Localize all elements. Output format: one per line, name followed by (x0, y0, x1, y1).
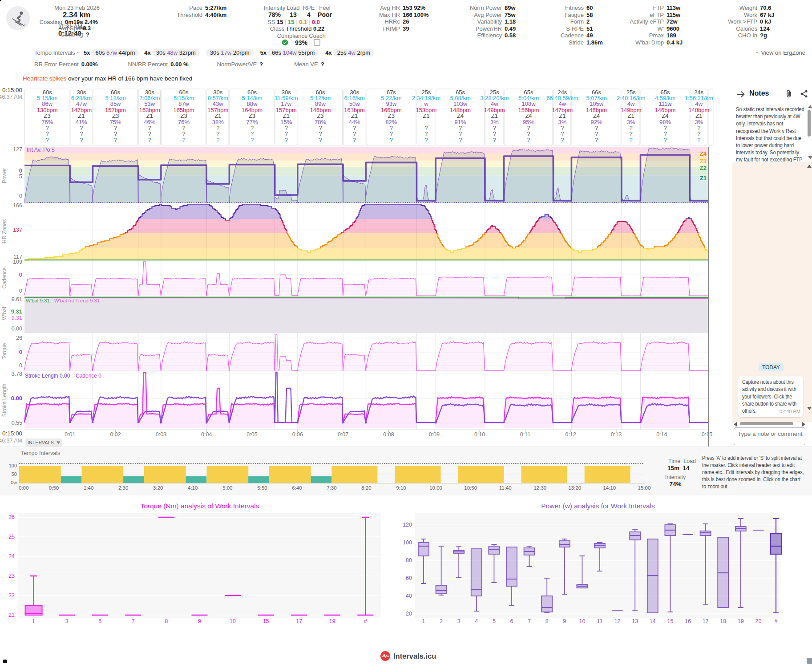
svg-text:166: 166 (13, 202, 22, 209)
svg-text:100: 100 (9, 463, 17, 468)
svg-text:10: 10 (579, 618, 585, 624)
svg-text:0:13: 0:13 (611, 431, 622, 438)
svg-text:0:15:00: 0:15:00 (2, 430, 22, 437)
svg-text:11:40: 11:40 (499, 485, 512, 491)
svg-text:W'bal Int Trend 9.31: W'bal Int Trend 9.31 (54, 298, 100, 303)
svg-text:0.55: 0.55 (12, 420, 22, 426)
svg-text:?: ? (285, 137, 288, 143)
svg-text:4: 4 (475, 618, 478, 624)
svg-text:6:40: 6:40 (292, 485, 302, 491)
svg-text:#: # (775, 618, 778, 624)
svg-text:Stroke Length 0.00: Stroke Length 0.00 (25, 373, 70, 379)
svg-text:?: ? (353, 137, 356, 143)
svg-text:3: 3 (457, 618, 461, 624)
svg-text:Tempo Intervals: Tempo Intervals (21, 450, 60, 456)
svg-text:Power: Power (1, 168, 8, 183)
svg-text:HR Zones: HR Zones (1, 219, 8, 243)
svg-text:?: ? (390, 137, 393, 143)
svg-text:?: ? (663, 137, 667, 143)
svg-text:15: 15 (667, 618, 673, 624)
svg-text:14: 14 (650, 618, 656, 624)
svg-text:Z1: Z1 (700, 175, 707, 181)
svg-text:Int Av. Po 5: Int Av. Po 5 (27, 147, 55, 153)
svg-text:26: 26 (8, 514, 15, 520)
svg-text:0:07: 0:07 (338, 431, 348, 438)
svg-text:0:15: 0:15 (702, 431, 712, 438)
svg-text:0:01: 0:01 (65, 431, 75, 438)
svg-text:11: 11 (597, 618, 603, 624)
svg-text:12:30: 12:30 (533, 485, 546, 491)
svg-text:?: ? (424, 137, 428, 143)
svg-text:?: ? (527, 137, 530, 143)
svg-text:5:50: 5:50 (257, 485, 267, 491)
svg-text:10:00: 10:00 (429, 485, 442, 491)
svg-text:60: 60 (406, 575, 412, 581)
svg-text:7: 7 (132, 618, 135, 624)
svg-text:50: 50 (12, 471, 17, 477)
svg-text:26: 26 (16, 335, 22, 341)
svg-text:19: 19 (738, 618, 744, 624)
svg-text:0:14: 0:14 (656, 431, 667, 438)
svg-text:?: ? (319, 137, 322, 143)
svg-text:3:20: 3:20 (153, 485, 163, 491)
svg-text:9.61: 9.61 (12, 296, 22, 302)
svg-text:?: ? (697, 137, 700, 143)
svg-text:1:40: 1:40 (84, 485, 93, 491)
svg-text:0:03: 0:03 (156, 431, 166, 438)
svg-text:120: 120 (403, 522, 412, 528)
svg-text:0:05: 0:05 (246, 431, 257, 438)
svg-text:0: 0 (19, 349, 22, 355)
svg-text:9:10: 9:10 (396, 485, 406, 491)
svg-text:10:50: 10:50 (464, 485, 477, 491)
svg-text:0:02: 0:02 (110, 431, 121, 438)
svg-text:Z2: Z2 (700, 165, 707, 171)
svg-text:0:10: 0:10 (474, 431, 485, 438)
svg-text:0:09: 0:09 (429, 431, 440, 438)
svg-text:0:50: 0:50 (49, 485, 59, 491)
svg-text:5: 5 (19, 173, 22, 180)
svg-text:13:20: 13:20 (568, 485, 581, 491)
svg-text:19: 19 (329, 618, 335, 624)
svg-text:10: 10 (230, 618, 236, 624)
svg-text:INTERVALS: INTERVALS (28, 440, 54, 445)
svg-text:?: ? (182, 137, 185, 143)
svg-text:0w: 0w (11, 480, 17, 485)
svg-text:100: 100 (403, 539, 412, 546)
svg-text:127: 127 (13, 146, 22, 153)
svg-text:0.00: 0.00 (11, 395, 22, 402)
svg-text:8:20: 8:20 (361, 485, 371, 491)
svg-text:?: ? (493, 137, 496, 143)
svg-text:Torque (Nm) analysis of Work I: Torque (Nm) analysis of Work Intervals (141, 502, 259, 510)
svg-text:?: ? (216, 137, 219, 143)
svg-text:0: 0 (19, 362, 22, 369)
svg-text:3: 3 (65, 618, 69, 624)
svg-text:7:30: 7:30 (327, 485, 336, 491)
svg-text:W'bal 9.31: W'bal 9.31 (26, 298, 50, 303)
svg-text:9.31: 9.31 (12, 315, 22, 321)
svg-text:109: 109 (13, 259, 22, 265)
svg-text:0: 0 (19, 193, 22, 199)
svg-text:?: ? (595, 137, 598, 143)
svg-text:Cadence 0: Cadence 0 (76, 373, 101, 379)
svg-text:0:00: 0:00 (19, 485, 28, 491)
svg-text:2: 2 (440, 618, 443, 624)
svg-text:0.00: 0.00 (12, 326, 22, 332)
svg-text:?: ? (561, 137, 564, 143)
svg-text:Stroke Length: Stroke Length (1, 384, 8, 417)
svg-text:?: ? (459, 137, 462, 143)
svg-text:5: 5 (98, 618, 101, 624)
svg-text:Torque: Torque (1, 343, 8, 359)
svg-text:?: ? (148, 137, 151, 143)
svg-text:25: 25 (8, 534, 15, 540)
svg-text:8: 8 (165, 618, 168, 624)
svg-text:0:04: 0:04 (201, 431, 212, 438)
svg-text:0:06: 0:06 (292, 431, 303, 438)
svg-text:22: 22 (8, 592, 15, 599)
svg-text::46:37 AM: :46:37 AM (0, 438, 22, 444)
svg-text:8: 8 (545, 618, 549, 624)
svg-text:Z1: Z1 (423, 113, 429, 119)
svg-text:Z4: Z4 (700, 150, 707, 157)
svg-text:?: ? (80, 137, 83, 143)
svg-text:6: 6 (510, 618, 513, 624)
svg-text:17: 17 (703, 618, 709, 624)
